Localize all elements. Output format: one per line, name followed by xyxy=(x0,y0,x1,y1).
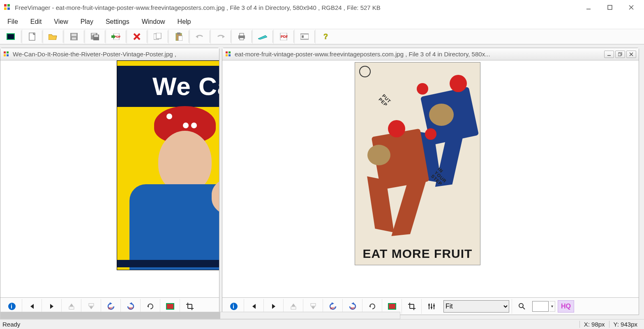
save-icon[interactable] xyxy=(64,30,83,44)
svg-rect-0 xyxy=(4,4,7,7)
image-canvas-right[interactable]: PUT PEP IN YOUR STEP EAT MORE FRUIT xyxy=(222,60,639,297)
svg-rect-98 xyxy=(431,307,432,308)
svg-marker-31 xyxy=(222,35,225,38)
svg-rect-53 xyxy=(89,304,94,306)
svg-rect-9 xyxy=(7,34,14,39)
doc-close-button[interactable] xyxy=(626,51,636,58)
svg-rect-15 xyxy=(72,37,76,39)
fullscreen-icon[interactable] xyxy=(1,30,21,44)
document-title-bar-left[interactable]: We-Can-Do-It-Rosie-the-Riveter-Poster-Vi… xyxy=(0,48,219,60)
zoom-tool-icon[interactable] xyxy=(512,299,531,314)
image-canvas-left[interactable]: We Can D xyxy=(0,60,219,297)
hq-button[interactable]: HQ xyxy=(558,300,574,313)
save-as-icon[interactable] xyxy=(85,30,104,44)
menu-file[interactable]: File xyxy=(2,16,24,27)
app-icon xyxy=(3,3,12,12)
svg-rect-44 xyxy=(7,51,9,53)
svg-rect-66 xyxy=(226,51,228,53)
poster-caption: EAT MORE FRUIT xyxy=(355,247,480,261)
pdf-icon[interactable]: PDF xyxy=(273,30,293,44)
svg-rect-43 xyxy=(4,51,6,53)
svg-rect-45 xyxy=(4,54,6,56)
slideshow-icon[interactable] xyxy=(294,30,314,44)
document-title-bar-right[interactable]: eat-more-fruit-vintage-poster-www.freevi… xyxy=(222,48,639,60)
svg-rect-33 xyxy=(240,33,244,36)
svg-rect-61 xyxy=(167,304,173,309)
svg-rect-26 xyxy=(156,33,161,39)
svg-marker-77 xyxy=(252,304,256,309)
svg-marker-83 xyxy=(332,302,334,305)
background-color-swatch[interactable] xyxy=(532,301,549,312)
delete-icon[interactable] xyxy=(127,30,146,44)
svg-rect-39 xyxy=(302,35,304,38)
menu-edit[interactable]: Edit xyxy=(25,16,48,27)
horizontal-scrollbar[interactable] xyxy=(0,312,400,319)
svg-marker-82 xyxy=(311,306,315,309)
svg-text:i: i xyxy=(233,303,234,310)
doc-icon xyxy=(225,51,232,58)
svg-rect-28 xyxy=(177,32,180,35)
svg-text:90°: 90° xyxy=(351,306,355,310)
poster-banner-text: We Can D xyxy=(117,66,219,107)
status-text: Ready xyxy=(2,321,579,328)
svg-text:i: i xyxy=(11,303,12,310)
background-color-dropdown[interactable]: ▾ xyxy=(549,301,555,312)
new-icon[interactable] xyxy=(22,30,42,44)
document-title-right: eat-more-fruit-vintage-poster-www.freevi… xyxy=(235,51,602,58)
svg-marker-52 xyxy=(69,304,74,306)
svg-rect-99 xyxy=(433,305,435,306)
menu-settings[interactable]: Settings xyxy=(100,16,135,27)
svg-marker-35 xyxy=(258,35,267,39)
zoom-select[interactable]: Fit xyxy=(443,300,509,313)
doc-minimize-button[interactable] xyxy=(604,51,614,58)
copy-icon[interactable] xyxy=(148,30,167,44)
svg-text:90°: 90° xyxy=(129,306,134,310)
svg-rect-67 xyxy=(229,51,231,53)
svg-marker-50 xyxy=(50,304,53,309)
doc-icon xyxy=(3,51,10,58)
svg-marker-54 xyxy=(89,306,93,309)
svg-rect-3 xyxy=(7,7,10,10)
svg-rect-89 xyxy=(389,304,395,309)
menu-window[interactable]: Window xyxy=(136,16,171,27)
redo-icon[interactable] xyxy=(210,30,230,44)
svg-text:90°: 90° xyxy=(108,306,113,310)
svg-rect-34 xyxy=(240,38,244,40)
menu-view[interactable]: View xyxy=(48,16,74,27)
svg-text:90°: 90° xyxy=(330,306,335,310)
close-button[interactable] xyxy=(625,2,637,12)
svg-rect-19 xyxy=(94,35,98,37)
svg-marker-12 xyxy=(48,35,57,40)
svg-rect-14 xyxy=(72,34,76,36)
print-icon[interactable] xyxy=(231,30,251,44)
crop-icon[interactable] xyxy=(402,299,421,314)
menu-bar: File Edit View Play Settings Window Help xyxy=(0,15,644,29)
svg-rect-81 xyxy=(311,304,316,306)
adjust-icon[interactable] xyxy=(421,299,441,314)
workspace: We-Can-Do-It-Rosie-the-Riveter-Poster-Vi… xyxy=(0,44,644,319)
menu-play[interactable]: Play xyxy=(75,16,99,27)
svg-rect-1 xyxy=(7,4,10,7)
paste-icon[interactable] xyxy=(169,30,188,44)
poster-text-pep: PUT PEP xyxy=(378,93,392,108)
svg-rect-72 xyxy=(618,53,621,56)
main-toolbar: PDF PDF ? xyxy=(0,29,644,44)
svg-marker-57 xyxy=(129,302,132,305)
svg-rect-46 xyxy=(7,54,9,56)
svg-rect-79 xyxy=(291,307,296,309)
pdf-export-icon[interactable]: PDF xyxy=(106,30,125,44)
svg-rect-97 xyxy=(428,304,430,306)
svg-marker-85 xyxy=(351,302,354,305)
scan-icon[interactable] xyxy=(252,30,272,44)
svg-marker-80 xyxy=(291,304,295,306)
maximize-button[interactable] xyxy=(604,2,616,12)
doc-restore-button[interactable] xyxy=(615,51,625,58)
svg-rect-2 xyxy=(4,7,7,10)
undo-icon[interactable] xyxy=(189,30,209,44)
minimize-button[interactable] xyxy=(582,2,595,12)
image-content-fruit: PUT PEP IN YOUR STEP EAT MORE FRUIT xyxy=(355,62,480,265)
svg-marker-55 xyxy=(110,302,112,305)
open-icon[interactable] xyxy=(43,30,62,44)
help-icon[interactable]: ? xyxy=(315,30,335,44)
menu-help[interactable]: Help xyxy=(172,16,197,27)
